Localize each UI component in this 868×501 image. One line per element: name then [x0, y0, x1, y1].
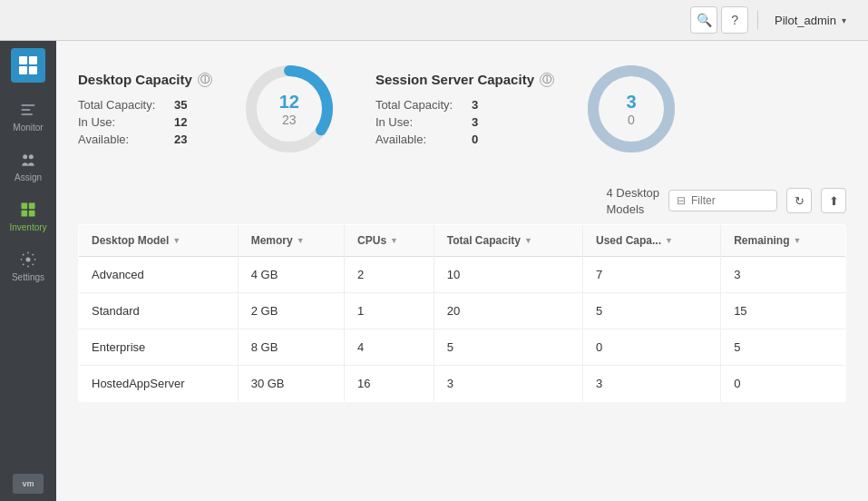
session-capacity-info: Session Server Capacity ⓘ Total Capacity…: [375, 72, 554, 146]
cell-remaining: 5: [721, 329, 846, 366]
desktop-available-label: Available:: [78, 133, 169, 146]
desktop-models-table: Desktop Model ▼ Memory ▼: [78, 224, 846, 402]
chevron-down-icon: ▾: [842, 15, 846, 25]
inventory-label: Inventory: [9, 222, 46, 232]
desktop-donut-chart: 12 23: [239, 59, 339, 159]
sort-icon-used: ▼: [665, 236, 673, 245]
cell-total: 10: [434, 257, 582, 293]
session-inuse-value: 3: [472, 115, 478, 129]
svg-rect-1: [29, 56, 37, 64]
svg-point-13: [26, 258, 31, 262]
svg-rect-12: [29, 211, 35, 217]
session-capacity-info-icon[interactable]: ⓘ: [540, 73, 554, 87]
cell-used: 7: [583, 257, 721, 293]
refresh-button[interactable]: ↻: [786, 188, 812, 213]
desktop-total-value: 35: [174, 98, 187, 112]
monitor-label: Monitor: [13, 123, 43, 133]
desktop-donut-text: 12 23: [279, 91, 299, 128]
sort-icon-model: ▼: [172, 236, 180, 245]
cell-model: Standard: [79, 293, 239, 329]
col-memory[interactable]: Memory ▼: [238, 225, 344, 257]
search-button[interactable]: 🔍: [690, 6, 717, 34]
main-layout: Monitor Assign Inventory: [0, 41, 868, 501]
models-count-badge: 4 Desktop Models: [606, 184, 659, 217]
cell-cpus: 4: [345, 329, 434, 366]
cell-model: HostedAppServer: [79, 366, 239, 402]
cell-used: 3: [583, 366, 721, 402]
settings-label: Settings: [12, 272, 44, 282]
vm-badge: vm: [13, 474, 44, 494]
cell-remaining: 0: [721, 366, 846, 402]
sort-icon-memory: ▼: [297, 236, 305, 245]
sidebar-bottom: vm: [13, 474, 44, 501]
cell-cpus: 1: [345, 293, 434, 329]
cell-total: 20: [434, 293, 582, 329]
cell-memory: 8 GB: [238, 329, 344, 366]
topbar-actions: 🔍 ? Pilot_admin ▾: [690, 6, 853, 34]
cell-total: 3: [434, 366, 582, 402]
desktop-stats: Total Capacity: 35 In Use: 12 Available:…: [78, 98, 212, 146]
assign-label: Assign: [15, 172, 42, 182]
cell-memory: 4 GB: [238, 257, 344, 293]
desktop-available-value: 23: [174, 133, 187, 146]
col-total[interactable]: Total Capacity ▼: [434, 225, 582, 257]
session-available-value: 0: [472, 133, 478, 146]
cell-cpus: 2: [345, 257, 434, 293]
app-logo: [11, 48, 45, 83]
topbar-divider: [757, 11, 758, 29]
cell-remaining: 3: [721, 257, 846, 293]
cell-memory: 30 GB: [238, 366, 344, 402]
sidebar-item-assign[interactable]: Assign: [0, 142, 56, 192]
sort-icon-cpus: ▼: [390, 236, 398, 245]
desktop-capacity-info: Desktop Capacity ⓘ Total Capacity: 35 In…: [78, 72, 212, 146]
cell-memory: 2 GB: [238, 293, 344, 329]
desktop-available-row: Available: 23: [78, 133, 212, 146]
desktop-inuse-value: 12: [174, 115, 187, 129]
table-row: Advanced4 GB21073: [79, 257, 846, 293]
table-head: Desktop Model ▼ Memory ▼: [79, 225, 846, 257]
svg-rect-6: [22, 113, 34, 115]
table-row: Enterprise8 GB4505: [79, 329, 846, 366]
sidebar: Monitor Assign Inventory: [0, 41, 56, 501]
cell-remaining: 15: [721, 293, 846, 329]
filter-input[interactable]: [691, 194, 764, 207]
cell-cpus: 16: [345, 366, 434, 402]
session-donut-text: 3 0: [626, 91, 636, 128]
table-header-row-el: Desktop Model ▼ Memory ▼: [79, 225, 846, 257]
session-available-label: Available:: [375, 133, 466, 146]
col-remaining[interactable]: Remaining ▼: [721, 225, 846, 257]
cell-used: 0: [583, 329, 721, 366]
col-cpus[interactable]: CPUs ▼: [345, 225, 434, 257]
sidebar-item-monitor[interactable]: Monitor: [0, 92, 56, 142]
session-inuse-label: In Use:: [375, 115, 466, 129]
capacity-row: Desktop Capacity ⓘ Total Capacity: 35 In…: [78, 59, 846, 159]
table-section: 4 Desktop Models ⊟ ↻ ⬆ Desktop Mode: [78, 184, 846, 402]
svg-rect-0: [19, 56, 27, 64]
content-area: Desktop Capacity ⓘ Total Capacity: 35 In…: [56, 41, 868, 501]
cell-model: Advanced: [79, 257, 239, 293]
help-button[interactable]: ?: [721, 6, 748, 34]
desktop-inuse-row: In Use: 12: [78, 115, 212, 129]
session-capacity-title: Session Server Capacity ⓘ: [375, 72, 554, 87]
svg-rect-5: [22, 109, 31, 111]
sidebar-item-settings[interactable]: Settings: [0, 241, 56, 291]
filter-box[interactable]: ⊟: [668, 190, 777, 211]
sidebar-item-inventory[interactable]: Inventory: [0, 192, 56, 241]
cell-used: 5: [583, 293, 721, 329]
export-button[interactable]: ⬆: [821, 188, 846, 213]
user-menu[interactable]: Pilot_admin ▾: [767, 10, 853, 31]
session-total-row: Total Capacity: 3: [375, 98, 554, 112]
desktop-capacity-info-icon[interactable]: ⓘ: [198, 73, 212, 87]
session-stats: Total Capacity: 3 In Use: 3 Available: 0: [375, 98, 554, 146]
desktop-donut-top: 12: [279, 91, 299, 113]
desktop-inuse-label: In Use:: [78, 115, 169, 129]
filter-icon: ⊟: [677, 194, 686, 207]
col-model[interactable]: Desktop Model ▼: [79, 225, 239, 257]
sort-icon-remaining: ▼: [793, 236, 801, 245]
desktop-donut-bottom: 23: [282, 113, 297, 128]
svg-point-7: [23, 154, 27, 159]
svg-point-8: [29, 154, 34, 159]
table-header-row: 4 Desktop Models ⊟ ↻ ⬆: [78, 184, 846, 217]
col-used[interactable]: Used Capa... ▼: [583, 225, 721, 257]
desktop-total-label: Total Capacity:: [78, 98, 169, 112]
